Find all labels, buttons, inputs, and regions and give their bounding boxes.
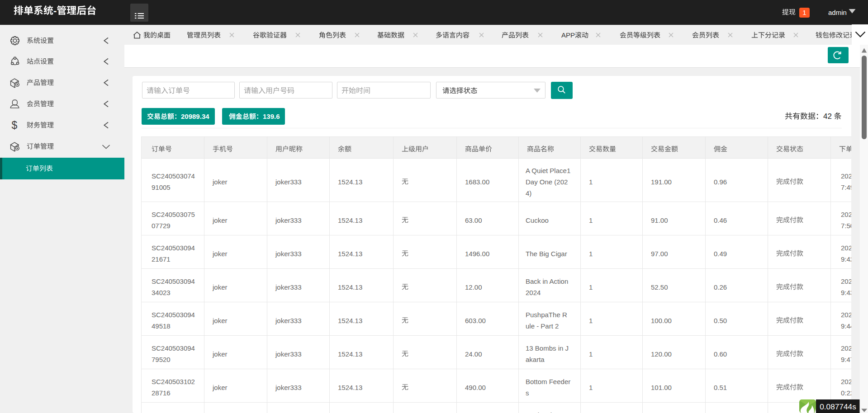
svg-text:APP: APP xyxy=(561,32,575,39)
svg-text:139.6: 139.6 xyxy=(263,113,280,120)
svg-text:20989.34: 20989.34 xyxy=(181,113,209,120)
svg-text:0.087744s: 0.087744s xyxy=(820,402,856,411)
svg-text:-: - xyxy=(53,5,57,16)
svg-text:42: 42 xyxy=(823,112,832,120)
